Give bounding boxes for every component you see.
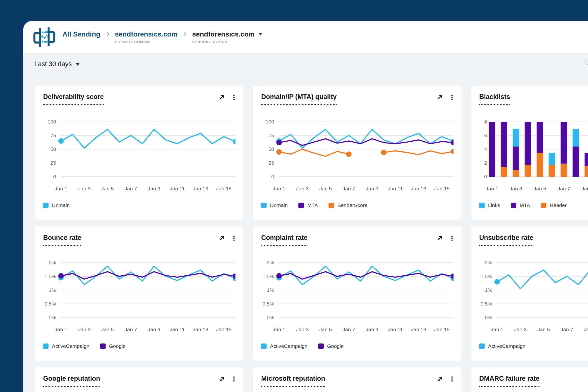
x-tick-label: Jan 15 bbox=[216, 326, 232, 332]
clipped-toolbar-icon[interactable] bbox=[585, 60, 588, 65]
legend-swatch-icon bbox=[328, 202, 334, 208]
breadcrumb-sublabel: SENDING DOMAIN bbox=[192, 40, 254, 44]
y-tick-label: 0.5% bbox=[44, 301, 56, 306]
series-endpoint-dot bbox=[494, 279, 500, 284]
expand-button[interactable] bbox=[436, 94, 443, 101]
breadcrumb-primary-domain[interactable]: sendforensics.com PRIMARY DOMAIN bbox=[115, 30, 178, 44]
breadcrumb-label[interactable]: sendforensics.com bbox=[115, 30, 178, 38]
y-tick-label: 1% bbox=[49, 287, 56, 293]
kebab-menu-icon bbox=[233, 235, 235, 242]
chart-legend: Domain bbox=[43, 202, 235, 208]
y-tick-label: 0.5% bbox=[480, 301, 492, 306]
chevron-down-icon[interactable] bbox=[258, 33, 262, 36]
date-range-label[interactable]: Last 30 days bbox=[34, 60, 72, 68]
y-tick-label: 1% bbox=[485, 287, 492, 293]
x-tick-label: Jan 3 bbox=[78, 326, 90, 332]
x-tick-label: Jan 11 bbox=[388, 186, 403, 191]
x-tick-label: Jan 7 bbox=[558, 186, 570, 191]
card-title: Bounce rate bbox=[43, 234, 81, 246]
menu-button[interactable] bbox=[451, 235, 453, 242]
app-panel: All Sending sendforensics.com PRIMARY DO… bbox=[23, 21, 588, 392]
y-tick-label: 0 bbox=[53, 174, 56, 179]
x-tick-label: Jan 1 bbox=[55, 326, 67, 332]
y-tick-label: 1% bbox=[267, 287, 274, 293]
y-tick-label: 2% bbox=[485, 260, 492, 265]
legend-swatch-icon bbox=[43, 202, 48, 208]
menu-button[interactable] bbox=[233, 94, 235, 101]
series-endpoint-dot bbox=[381, 150, 386, 155]
x-tick-label: Jan 3 bbox=[296, 186, 308, 191]
expand-button[interactable] bbox=[436, 376, 443, 382]
legend-label: MTA bbox=[307, 202, 318, 208]
x-tick-label: Jan 9 bbox=[582, 186, 588, 191]
breadcrumb-sending-domain[interactable]: sendforensics.com SENDING DOMAIN bbox=[192, 30, 254, 44]
y-tick-label: 1.5% bbox=[480, 274, 492, 279]
x-tick-label: Jan 1 bbox=[486, 186, 498, 191]
y-tick-label: 8 bbox=[484, 119, 487, 124]
expand-button[interactable] bbox=[436, 235, 443, 242]
app-header: All Sending sendforensics.com PRIMARY DO… bbox=[23, 21, 588, 54]
card-title: Deliverability score bbox=[43, 93, 104, 105]
x-tick-label: Jan 3 bbox=[510, 186, 522, 191]
breadcrumb-all-sending[interactable]: All Sending bbox=[62, 30, 100, 38]
expand-button[interactable] bbox=[218, 235, 225, 242]
y-tick-label: 0.5% bbox=[262, 301, 274, 306]
series-endpoint-dot bbox=[58, 273, 64, 278]
expand-icon bbox=[218, 235, 225, 242]
bar-segment-mta bbox=[560, 122, 567, 164]
kebab-menu-icon bbox=[451, 235, 453, 242]
x-tick-label: Jan 13 bbox=[411, 326, 426, 332]
menu-button[interactable] bbox=[233, 235, 235, 242]
expand-button[interactable] bbox=[218, 376, 225, 382]
y-tick-label: 2 bbox=[484, 160, 487, 166]
bar-segment-mta bbox=[536, 122, 543, 153]
chart-plot: 2%1.5%1%0.5%0%Jan 1Jan 3Jan 5Jan 7Jan 9J… bbox=[261, 250, 454, 335]
series-endpoint-dot bbox=[276, 140, 282, 145]
card-domain-ip-mta-quality: Domain/IP (MTA) quality1007550250Jan 1Ja… bbox=[252, 85, 462, 220]
card-header: Bounce rate bbox=[43, 234, 235, 246]
legend-swatch-icon bbox=[479, 202, 484, 208]
y-tick-label: 25 bbox=[268, 160, 274, 166]
legend-swatch-icon bbox=[43, 344, 48, 349]
x-tick-label: Jan 11 bbox=[170, 326, 185, 332]
toolbar: Last 30 days bbox=[23, 54, 588, 74]
chevron-right-icon bbox=[183, 32, 187, 36]
breadcrumb-label[interactable]: sendforensics.com bbox=[192, 30, 254, 38]
card-complaint-rate: Complaint rate2%1.5%1%0.5%0%Jan 1Jan 3Ja… bbox=[252, 226, 462, 361]
legend-item: ActiveCampaign bbox=[43, 343, 90, 349]
card-google-reputation: Google reputation bbox=[34, 367, 244, 392]
chart-plot: 2%1.5%1%0.5%0%Jan 1Jan 3Jan 5Jan 7Jan 9J… bbox=[43, 250, 236, 335]
y-tick-label: 1.5% bbox=[44, 274, 56, 279]
breadcrumb: All Sending sendforensics.com PRIMARY DO… bbox=[62, 30, 262, 44]
x-tick-label: Jan 1 bbox=[491, 326, 503, 332]
chart-legend: ActiveCampaign bbox=[479, 343, 588, 349]
sendforensics-logo bbox=[32, 26, 56, 48]
legend-label: MTA bbox=[520, 202, 530, 208]
x-tick-label: Jan 1 bbox=[55, 186, 67, 191]
legend-label: Links bbox=[488, 202, 500, 208]
menu-button[interactable] bbox=[451, 376, 453, 382]
card-header: Unsubscribe rate bbox=[479, 234, 588, 246]
bar-segment-mta bbox=[501, 122, 507, 167]
expand-icon bbox=[436, 235, 443, 242]
menu-button[interactable] bbox=[451, 94, 453, 101]
expand-icon bbox=[218, 376, 225, 382]
expand-button[interactable] bbox=[218, 94, 225, 101]
bar-segment-mta bbox=[525, 122, 531, 165]
date-range-select[interactable]: Last 30 days bbox=[34, 60, 80, 68]
x-tick-label: Jan 5 bbox=[537, 326, 550, 332]
x-tick-label: Jan 3 bbox=[296, 326, 308, 332]
bar-segment-header bbox=[501, 167, 507, 177]
menu-button[interactable] bbox=[233, 376, 235, 382]
bar-segment-links bbox=[513, 128, 519, 146]
series-line-domain bbox=[279, 129, 454, 148]
card-blacklists: Blacklists86420Jan 1Jan 3Jan 5Jan 7Jan 9… bbox=[470, 85, 588, 220]
legend-swatch-icon bbox=[261, 202, 266, 208]
legend-item: ActiveCampaign bbox=[261, 343, 308, 349]
y-tick-label: 4 bbox=[484, 146, 487, 152]
card-actions bbox=[436, 376, 453, 382]
breadcrumb-label[interactable]: All Sending bbox=[62, 30, 100, 38]
chart-plot: 1007550250Jan 1Jan 3Jan 5Jan 7Jan 9Jan 1… bbox=[43, 110, 236, 194]
legend-swatch-icon bbox=[511, 202, 516, 208]
y-tick-label: 25 bbox=[50, 160, 56, 166]
